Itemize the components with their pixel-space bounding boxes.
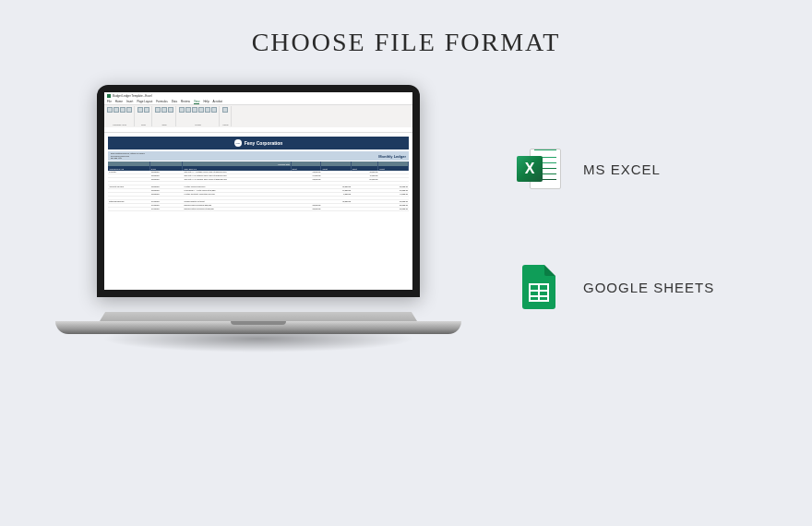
table-cell: 220 units M-A Portable Solar Panel at $1…	[183, 171, 291, 173]
ribbon-button[interactable]	[185, 107, 191, 113]
table-cell	[352, 185, 378, 188]
table-cell	[321, 208, 352, 210]
table-cell	[352, 204, 378, 207]
ribbon-tab[interactable]: View	[194, 100, 199, 104]
table-cell	[292, 189, 322, 192]
table-cell: 1/20/2020	[150, 185, 184, 188]
table-cell: 150 units M-C Foldable Solar Panel at $1…	[183, 178, 291, 181]
table-cell: 1/20/2020	[150, 178, 184, 181]
ribbon-button[interactable]	[192, 107, 197, 113]
ribbon-button[interactable]	[120, 107, 125, 113]
table-cell	[321, 182, 352, 185]
ribbon-button[interactable]	[198, 107, 204, 113]
laptop-keyboard	[100, 312, 417, 321]
table-cell: Monthly cleaning services	[183, 185, 291, 188]
table-cell: Second quarter net profit	[183, 200, 291, 203]
table-cell: 22,000.00	[292, 171, 322, 173]
table-cell: 68,500.00	[352, 178, 378, 181]
ribbon-tab[interactable]: File	[107, 100, 112, 104]
table-cell	[378, 182, 409, 185]
table-cell: 20,000.00	[321, 185, 352, 188]
ledger-title: Monthly Ledger	[378, 154, 406, 159]
table-cell: 80,000.00	[378, 200, 409, 203]
ribbon-button[interactable]	[113, 107, 119, 113]
table-cell	[378, 174, 409, 177]
table-cell: 1/20/2020	[150, 193, 184, 196]
table-cell: Accounts Payable	[108, 185, 150, 188]
table-cell	[321, 171, 352, 173]
ribbon-tab[interactable]: Insert	[126, 100, 134, 104]
table-cell	[352, 193, 378, 196]
laptop-base	[55, 321, 461, 334]
table-cell: Purchased M-A units valued at 22,000	[183, 189, 291, 192]
ribbon-button[interactable]	[126, 107, 132, 113]
excel-window-title: Budget Ledger Template - Excel	[113, 94, 152, 98]
table-cell: 22,500.00	[292, 178, 322, 181]
table-cell: 1/20/2020	[150, 174, 184, 177]
ribbon: Workbook ViewsShowZoomWindowMacros	[104, 105, 412, 127]
ribbon-button[interactable]	[205, 107, 210, 113]
google-sheets-icon	[517, 265, 561, 309]
table-cell	[352, 200, 378, 203]
table-cell	[321, 174, 352, 177]
format-options: X MS EXCEL GOOGLE SHEETS	[517, 147, 714, 309]
ribbon-tab[interactable]: Formulas	[156, 100, 168, 104]
table-cell: 22,000.00	[352, 171, 378, 173]
page-title: CHOOSE FILE FORMAT	[0, 0, 812, 57]
table-cell	[108, 182, 150, 185]
table-cell	[183, 182, 291, 185]
ribbon-tab[interactable]: Review	[181, 100, 190, 104]
table-cell	[150, 182, 184, 185]
excel-titlebar: Budget Ledger Template - Excel	[104, 92, 412, 100]
table-cell: 1/20/2020	[150, 171, 184, 173]
format-option-sheets[interactable]: GOOGLE SHEETS	[517, 265, 714, 309]
table-cell	[352, 208, 378, 210]
ribbon-button[interactable]	[161, 107, 167, 113]
ribbon-group: Workbook Views	[105, 106, 135, 126]
laptop-bezel: Budget Ledger Template - Excel FileHomeI…	[97, 85, 420, 297]
table-cell	[150, 197, 184, 199]
table-cell: 80,000.00	[321, 200, 352, 203]
table-cell	[108, 193, 150, 196]
excel-screen: Budget Ledger Template - Excel FileHomeI…	[104, 92, 412, 290]
table-cell: 1/20/2020	[150, 189, 184, 192]
format-label-excel: MS EXCEL	[583, 161, 661, 177]
table-cell	[108, 208, 150, 210]
ribbon-group: Zoom	[153, 106, 176, 126]
table-cell: 46,000.00	[352, 174, 378, 177]
table-cell	[292, 200, 322, 203]
ledger-subheader: 2120 Lighthouse Drive, Ottawa KS 66067 f…	[108, 151, 409, 161]
ribbon-button[interactable]	[222, 107, 228, 113]
company-name: Feny Corporation	[245, 140, 283, 146]
table-cell	[108, 178, 150, 181]
ribbon-button[interactable]	[155, 107, 161, 113]
ribbon-tab[interactable]: Acrobat	[213, 100, 222, 104]
ribbon-button[interactable]	[168, 107, 173, 113]
ribbon-button[interactable]	[144, 107, 149, 113]
table-cell	[378, 178, 409, 181]
format-option-excel[interactable]: X MS EXCEL	[517, 147, 714, 191]
company-logo-icon: Logo	[234, 139, 242, 147]
ribbon-button[interactable]	[137, 107, 143, 113]
table-cell: 5,000.00	[321, 193, 352, 196]
ribbon-group: Window	[177, 106, 220, 126]
table-cell	[292, 193, 322, 196]
ribbon-tab[interactable]: Data	[172, 100, 177, 104]
ribbon-button[interactable]	[211, 107, 217, 113]
ribbon-tab[interactable]: Help	[203, 100, 209, 104]
table-cell	[108, 189, 150, 192]
table-cell: 30,000.00	[292, 204, 322, 207]
table-cell: Retained Earnings	[108, 200, 150, 203]
table-cell: 200 units M-B Portable Solar Panel at $1…	[183, 174, 291, 177]
table-body: Inventory1/20/2020220 units M-A Portable…	[108, 171, 409, 211]
ribbon-tab[interactable]: Page Layout	[137, 100, 152, 104]
ribbon-tab[interactable]: Home	[115, 100, 123, 104]
ribbon-button[interactable]	[179, 107, 185, 113]
table-cell	[108, 174, 150, 177]
company-contact: 2120 Lighthouse Drive, Ottawa KS 66067 f…	[111, 152, 145, 160]
table-cell: 24,000.00	[292, 174, 322, 177]
ribbon-button[interactable]	[107, 107, 113, 113]
table-cell: 18,000.00	[321, 189, 352, 192]
table-cell	[352, 182, 378, 185]
table-cell	[321, 204, 352, 207]
